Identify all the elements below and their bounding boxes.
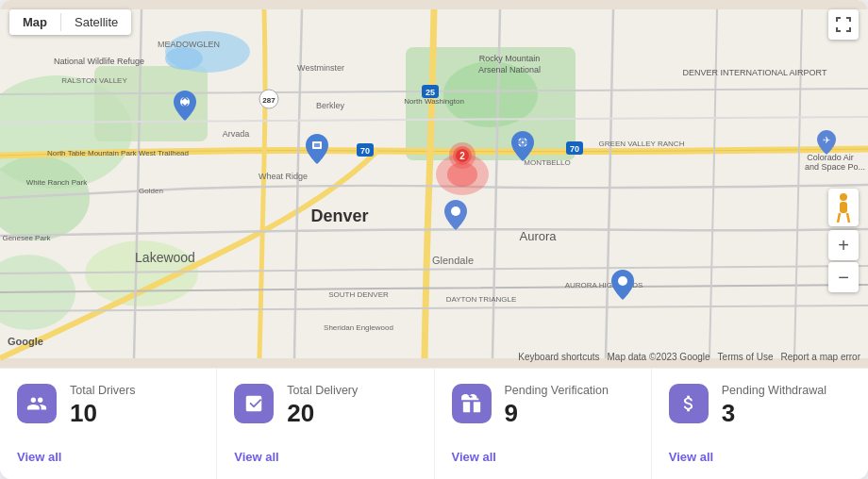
svg-text:Wheat Ridge: Wheat Ridge	[259, 172, 308, 181]
svg-text:Berkley: Berkley	[316, 101, 345, 110]
keyboard-shortcuts-link[interactable]: Keyboard shortcuts	[518, 352, 599, 362]
map-type-control: Map Satellite	[9, 9, 131, 35]
map-type-satellite-button[interactable]: Satellite	[61, 9, 131, 35]
svg-text:Arsenal National: Arsenal National	[478, 65, 541, 74]
pending-verification-view-all[interactable]: View all	[452, 450, 634, 464]
pending-verification-label: Pending Verification	[505, 384, 609, 397]
map-marker-5[interactable]	[611, 270, 634, 304]
drivers-icon	[26, 393, 47, 414]
svg-text:25: 25	[426, 88, 435, 97]
zoom-in-button[interactable]: +	[828, 230, 859, 260]
svg-text:70: 70	[360, 146, 370, 156]
svg-point-51	[518, 138, 527, 147]
svg-text:GREEN VALLEY RANCH: GREEN VALLEY RANCH	[599, 140, 685, 148]
pending-withdrawal-view-all[interactable]: View all	[669, 450, 851, 464]
map-marker-2[interactable]	[306, 134, 328, 168]
total-drivers-label: Total Drivers	[70, 384, 135, 397]
report-link[interactable]: Report a map error	[781, 352, 860, 362]
svg-text:Genesee Park: Genesee Park	[2, 234, 51, 242]
app-container: 70 70 25 287 Denver Lakewood Aurora Glen…	[0, 0, 868, 479]
withdrawal-icon	[678, 393, 699, 414]
zoom-controls: + −	[828, 230, 859, 292]
map-cluster-marker[interactable]: 2	[445, 139, 479, 176]
svg-text:Sheridan Englewood: Sheridan Englewood	[324, 323, 393, 332]
verification-icon	[461, 393, 482, 414]
pending-verification-value: 9	[505, 401, 609, 425]
total-delivery-icon-box	[234, 384, 274, 423]
svg-point-9	[165, 47, 203, 70]
fullscreen-button[interactable]	[828, 9, 859, 40]
svg-point-53	[618, 276, 627, 286]
total-drivers-view-all[interactable]: View all	[17, 450, 199, 464]
svg-text:Arvada: Arvada	[223, 129, 250, 139]
total-delivery-value: 20	[287, 401, 358, 425]
svg-point-59	[840, 193, 847, 201]
terms-link[interactable]: Terms of Use	[718, 352, 774, 362]
stat-card-pending-withdrawal: Pending Withdrawal 3 View all	[652, 369, 868, 479]
svg-rect-48	[312, 141, 322, 149]
pending-withdrawal-value: 3	[722, 401, 826, 425]
total-delivery-view-all[interactable]: View all	[234, 450, 416, 464]
svg-point-52	[451, 206, 460, 216]
map-attribution: Keyboard shortcuts Map data ©2023 Google…	[518, 352, 860, 362]
svg-text:National Wildlife Refuge: National Wildlife Refuge	[54, 57, 144, 66]
map-marker-3[interactable]	[511, 131, 534, 165]
svg-point-47	[180, 97, 190, 107]
data-credit: Map data ©2023 Google	[607, 352, 709, 362]
svg-text:and Space Po...: and Space Po...	[805, 162, 865, 172]
svg-text:White Ranch Park: White Ranch Park	[26, 178, 88, 187]
svg-text:Westminster: Westminster	[297, 63, 344, 73]
google-logo: Google	[8, 336, 43, 347]
pending-withdrawal-icon-box	[669, 384, 709, 423]
map-type-map-button[interactable]: Map	[9, 9, 60, 35]
svg-text:Denver: Denver	[310, 206, 368, 225]
total-drivers-icon-box	[17, 384, 57, 423]
street-view-button[interactable]	[828, 189, 859, 226]
stats-row: Total Drivers 10 View all Total Delivery…	[0, 368, 868, 479]
svg-text:SOUTH DENVER: SOUTH DENVER	[328, 290, 389, 299]
delivery-icon	[243, 393, 264, 414]
map-airport-marker: ✈	[817, 130, 836, 158]
svg-text:DENVER INTERNATIONAL AIRPORT: DENVER INTERNATIONAL AIRPORT	[683, 68, 827, 77]
svg-text:RALSTON VALLEY: RALSTON VALLEY	[61, 76, 127, 85]
pending-verification-icon-box	[452, 384, 492, 423]
svg-text:Glendale: Glendale	[432, 255, 474, 266]
svg-text:Golden: Golden	[139, 187, 163, 195]
svg-line-61	[838, 213, 840, 223]
zoom-out-button[interactable]: −	[828, 262, 859, 292]
svg-text:Lakewood: Lakewood	[135, 250, 195, 265]
stat-card-pending-verification: Pending Verification 9 View all	[435, 369, 652, 479]
total-drivers-value: 10	[70, 401, 135, 425]
svg-text:DAYTON TRIANGLE: DAYTON TRIANGLE	[446, 295, 517, 304]
map-marker-1[interactable]	[174, 91, 196, 124]
stat-card-total-drivers: Total Drivers 10 View all	[0, 369, 217, 479]
svg-line-62	[847, 213, 849, 223]
stat-card-total-delivery: Total Delivery 20 View all	[217, 369, 434, 479]
svg-text:70: 70	[570, 144, 579, 154]
svg-text:2: 2	[459, 151, 465, 161]
svg-rect-60	[840, 202, 847, 213]
svg-text:North Table Mountain Park West: North Table Mountain Park West Trailhead	[47, 149, 189, 157]
svg-text:✈: ✈	[823, 135, 830, 145]
map-marker-4[interactable]	[444, 200, 467, 234]
svg-text:Aurora: Aurora	[519, 229, 557, 243]
svg-text:MEADOWGLEN: MEADOWGLEN	[158, 40, 220, 49]
svg-text:287: 287	[262, 96, 275, 105]
svg-text:North Washington: North Washington	[404, 97, 464, 106]
pending-withdrawal-label: Pending Withdrawal	[722, 384, 826, 397]
map-area: 70 70 25 287 Denver Lakewood Aurora Glen…	[0, 0, 868, 368]
total-delivery-label: Total Delivery	[287, 384, 358, 397]
svg-text:Rocky Mountain: Rocky Mountain	[479, 54, 541, 63]
